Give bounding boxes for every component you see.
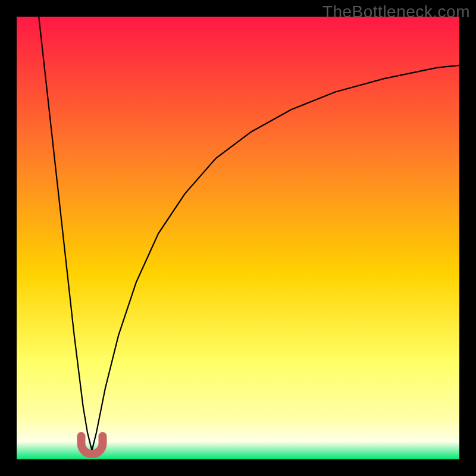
chart-container: { "watermark": "TheBottleneck.com", "col…: [0, 0, 476, 476]
watermark-text: TheBottleneck.com: [322, 2, 470, 21]
plot-area: [17, 17, 459, 459]
bottleneck-chart: [0, 0, 476, 476]
